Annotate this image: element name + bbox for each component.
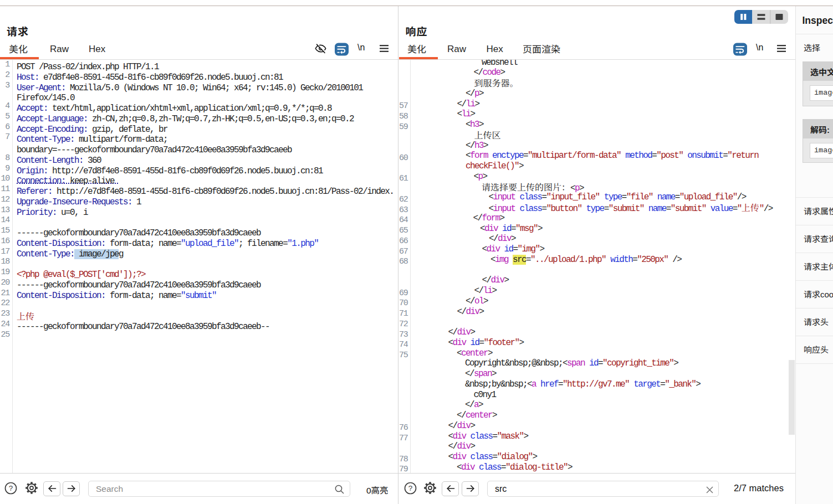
svg-text:?: ? bbox=[408, 484, 413, 492]
svg-text:?: ? bbox=[9, 484, 13, 492]
